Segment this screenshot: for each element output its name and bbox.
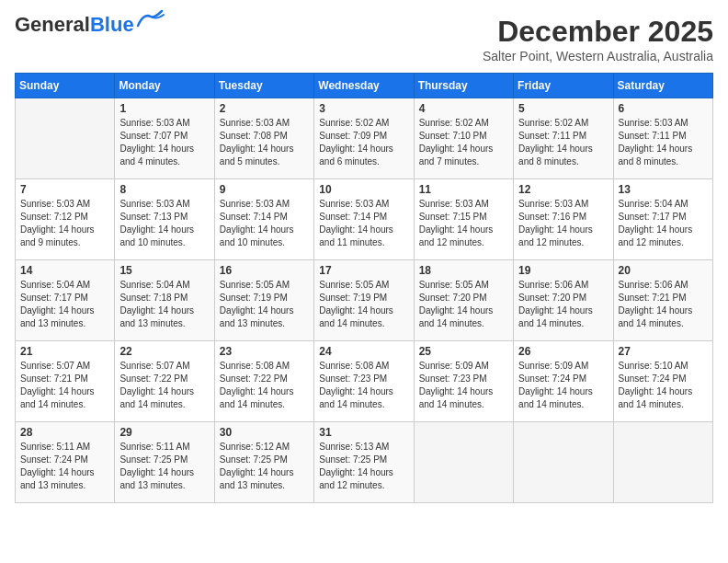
day-info: Sunrise: 5:03 AM Sunset: 7:14 PM Dayligh… [319,198,408,249]
calendar-cell: 25Sunrise: 5:09 AM Sunset: 7:23 PM Dayli… [414,341,513,422]
day-number: 26 [518,345,608,358]
day-number: 20 [619,264,708,277]
day-info: Sunrise: 5:04 AM Sunset: 7:17 PM Dayligh… [20,279,109,330]
calendar-cell [16,98,115,179]
calendar-cell: 29Sunrise: 5:11 AM Sunset: 7:25 PM Dayli… [115,422,214,503]
calendar-cell: 19Sunrise: 5:06 AM Sunset: 7:20 PM Dayli… [514,260,613,341]
logo-general: General [15,13,90,36]
day-number: 16 [220,264,309,277]
calendar-cell: 14Sunrise: 5:04 AM Sunset: 7:17 PM Dayli… [16,260,115,341]
day-number: 18 [419,264,508,277]
weekday-header: Sunday [16,74,115,98]
day-number: 27 [619,345,708,358]
calendar-table: SundayMondayTuesdayWednesdayThursdayFrid… [15,73,713,503]
day-info: Sunrise: 5:02 AM Sunset: 7:11 PM Dayligh… [518,117,608,168]
location: Salter Point, Western Australia, Austral… [483,49,713,63]
day-number: 3 [319,102,408,115]
calendar-cell: 2Sunrise: 5:03 AM Sunset: 7:08 PM Daylig… [214,98,313,179]
day-info: Sunrise: 5:04 AM Sunset: 7:18 PM Dayligh… [119,279,209,330]
day-info: Sunrise: 5:07 AM Sunset: 7:21 PM Dayligh… [20,360,109,411]
calendar-week-row: 28Sunrise: 5:11 AM Sunset: 7:24 PM Dayli… [16,422,713,503]
calendar-cell: 26Sunrise: 5:09 AM Sunset: 7:24 PM Dayli… [514,341,613,422]
calendar-cell: 6Sunrise: 5:03 AM Sunset: 7:11 PM Daylig… [613,98,712,179]
day-number: 24 [319,345,408,358]
day-info: Sunrise: 5:09 AM Sunset: 7:24 PM Dayligh… [518,360,608,411]
day-number: 14 [20,264,109,277]
day-number: 30 [220,426,309,439]
weekday-header: Monday [115,74,214,98]
day-number: 5 [518,102,608,115]
day-number: 11 [419,183,508,196]
day-number: 1 [119,102,209,115]
weekday-header: Friday [514,74,613,98]
logo-bird-icon [136,9,165,33]
weekday-header: Tuesday [214,74,313,98]
page-header: GeneralBlue December 2025 Salter Point, … [15,15,713,63]
calendar-cell: 15Sunrise: 5:04 AM Sunset: 7:18 PM Dayli… [115,260,214,341]
day-number: 8 [119,183,209,196]
calendar-cell: 21Sunrise: 5:07 AM Sunset: 7:21 PM Dayli… [16,341,115,422]
day-number: 4 [419,102,508,115]
day-number: 23 [220,345,309,358]
day-info: Sunrise: 5:11 AM Sunset: 7:24 PM Dayligh… [20,441,109,492]
calendar-cell: 12Sunrise: 5:03 AM Sunset: 7:16 PM Dayli… [514,179,613,260]
day-info: Sunrise: 5:06 AM Sunset: 7:21 PM Dayligh… [619,279,708,330]
calendar-cell: 22Sunrise: 5:07 AM Sunset: 7:22 PM Dayli… [115,341,214,422]
day-info: Sunrise: 5:03 AM Sunset: 7:16 PM Dayligh… [518,198,608,249]
calendar-week-row: 7Sunrise: 5:03 AM Sunset: 7:12 PM Daylig… [16,179,713,260]
calendar-cell: 24Sunrise: 5:08 AM Sunset: 7:23 PM Dayli… [314,341,414,422]
month-title: December 2025 [483,15,713,49]
day-number: 21 [20,345,109,358]
calendar-cell: 8Sunrise: 5:03 AM Sunset: 7:13 PM Daylig… [115,179,214,260]
weekday-header: Saturday [613,74,712,98]
day-info: Sunrise: 5:08 AM Sunset: 7:23 PM Dayligh… [319,360,408,411]
calendar-week-row: 1Sunrise: 5:03 AM Sunset: 7:07 PM Daylig… [16,98,713,179]
day-info: Sunrise: 5:02 AM Sunset: 7:10 PM Dayligh… [419,117,508,168]
day-number: 2 [220,102,309,115]
calendar-cell: 4Sunrise: 5:02 AM Sunset: 7:10 PM Daylig… [414,98,513,179]
day-info: Sunrise: 5:06 AM Sunset: 7:20 PM Dayligh… [518,279,608,330]
day-number: 29 [119,426,209,439]
calendar-cell: 11Sunrise: 5:03 AM Sunset: 7:15 PM Dayli… [414,179,513,260]
day-info: Sunrise: 5:12 AM Sunset: 7:25 PM Dayligh… [220,441,309,492]
day-info: Sunrise: 5:03 AM Sunset: 7:08 PM Dayligh… [220,117,309,168]
day-number: 17 [319,264,408,277]
day-info: Sunrise: 5:13 AM Sunset: 7:25 PM Dayligh… [319,441,408,492]
calendar-cell: 23Sunrise: 5:08 AM Sunset: 7:22 PM Dayli… [214,341,313,422]
calendar-cell: 1Sunrise: 5:03 AM Sunset: 7:07 PM Daylig… [115,98,214,179]
day-info: Sunrise: 5:09 AM Sunset: 7:23 PM Dayligh… [419,360,508,411]
day-info: Sunrise: 5:03 AM Sunset: 7:07 PM Dayligh… [119,117,209,168]
day-number: 22 [119,345,209,358]
calendar-cell: 13Sunrise: 5:04 AM Sunset: 7:17 PM Dayli… [613,179,712,260]
day-info: Sunrise: 5:04 AM Sunset: 7:17 PM Dayligh… [619,198,708,249]
calendar-cell: 31Sunrise: 5:13 AM Sunset: 7:25 PM Dayli… [314,422,414,503]
day-info: Sunrise: 5:10 AM Sunset: 7:24 PM Dayligh… [619,360,708,411]
day-info: Sunrise: 5:11 AM Sunset: 7:25 PM Dayligh… [119,441,209,492]
day-info: Sunrise: 5:08 AM Sunset: 7:22 PM Dayligh… [220,360,309,411]
day-info: Sunrise: 5:03 AM Sunset: 7:13 PM Dayligh… [119,198,209,249]
day-info: Sunrise: 5:03 AM Sunset: 7:14 PM Dayligh… [220,198,309,249]
day-number: 28 [20,426,109,439]
day-info: Sunrise: 5:05 AM Sunset: 7:20 PM Dayligh… [419,279,508,330]
day-number: 13 [619,183,708,196]
day-info: Sunrise: 5:07 AM Sunset: 7:22 PM Dayligh… [119,360,209,411]
day-number: 9 [220,183,309,196]
calendar-cell: 10Sunrise: 5:03 AM Sunset: 7:14 PM Dayli… [314,179,414,260]
day-number: 31 [319,426,408,439]
calendar-cell: 7Sunrise: 5:03 AM Sunset: 7:12 PM Daylig… [16,179,115,260]
calendar-cell: 16Sunrise: 5:05 AM Sunset: 7:19 PM Dayli… [214,260,313,341]
calendar-cell [414,422,513,503]
calendar-cell: 9Sunrise: 5:03 AM Sunset: 7:14 PM Daylig… [214,179,313,260]
weekday-header-row: SundayMondayTuesdayWednesdayThursdayFrid… [16,74,713,98]
day-number: 15 [119,264,209,277]
calendar-cell: 5Sunrise: 5:02 AM Sunset: 7:11 PM Daylig… [514,98,613,179]
calendar-cell: 17Sunrise: 5:05 AM Sunset: 7:19 PM Dayli… [314,260,414,341]
calendar-cell: 18Sunrise: 5:05 AM Sunset: 7:20 PM Dayli… [414,260,513,341]
day-number: 25 [419,345,508,358]
calendar-cell [514,422,613,503]
day-info: Sunrise: 5:03 AM Sunset: 7:11 PM Dayligh… [619,117,708,168]
logo-blue: Blue [90,13,134,36]
calendar-week-row: 14Sunrise: 5:04 AM Sunset: 7:17 PM Dayli… [16,260,713,341]
calendar-cell: 30Sunrise: 5:12 AM Sunset: 7:25 PM Dayli… [214,422,313,503]
logo: GeneralBlue [15,15,165,35]
